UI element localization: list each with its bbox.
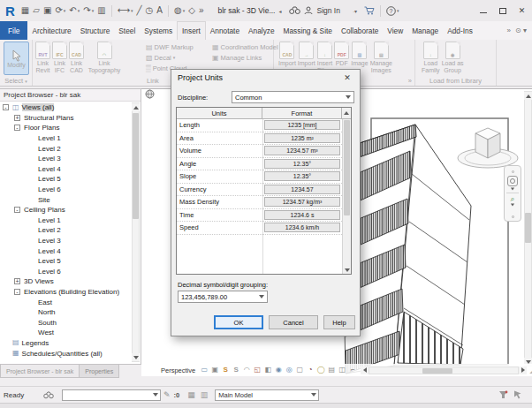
link-revit-button[interactable]: RVT LinkRevit xyxy=(35,42,50,73)
sun-path-icon[interactable]: S xyxy=(221,366,231,375)
tree-item-elevations[interactable]: -Elevations (Building Elevation) xyxy=(0,287,132,298)
expander[interactable]: - xyxy=(14,207,20,213)
close-button[interactable] xyxy=(515,5,528,17)
measure-icon[interactable]: ⟷▾ xyxy=(118,6,133,15)
select-toggle-icon[interactable] xyxy=(513,390,522,399)
format-button[interactable]: 1234.57 xyxy=(264,185,340,194)
tree-item-south[interactable]: South xyxy=(0,317,132,328)
gray-inactive-icon[interactable]: ▥ xyxy=(201,390,209,399)
image-button[interactable]: ▨ Image xyxy=(351,42,368,67)
modify-button[interactable]: Modify xyxy=(4,42,29,75)
tree-item-east[interactable]: East xyxy=(0,297,132,307)
discipline-select[interactable]: Common xyxy=(232,91,354,103)
link-cad-button[interactable]: CAD LinkCAD xyxy=(69,42,84,73)
tab-massing-site[interactable]: Massing & Site xyxy=(279,21,337,40)
tab-project-browser[interactable]: Project Browser - blr sak xyxy=(0,365,80,378)
scroll-down-button[interactable] xyxy=(132,353,140,361)
table-row-slope[interactable]: Slope12.35° xyxy=(177,170,342,184)
tree-item-structural-plans[interactable]: +Structural Plans xyxy=(0,113,132,124)
maximize-button[interactable] xyxy=(496,5,509,17)
hide-isolate-icon[interactable]: ◔ xyxy=(306,366,315,375)
zoom-dropdown-icon[interactable] xyxy=(511,204,514,207)
tab-architecture[interactable]: Architecture xyxy=(27,21,75,40)
expander[interactable]: - xyxy=(14,289,20,295)
scroll-up-button[interactable] xyxy=(342,108,351,118)
tab-manage[interactable]: Manage xyxy=(407,21,443,40)
aligned-dimension-icon[interactable]: ╱ xyxy=(136,6,141,15)
title-dropdown-icon[interactable]: ◂ xyxy=(278,8,281,14)
render-icon[interactable]: ◠ xyxy=(242,366,252,375)
lock-orientation-icon[interactable]: ◉ xyxy=(274,366,284,375)
filter-icon[interactable] xyxy=(498,390,508,399)
crop-view-icon[interactable]: ◱ xyxy=(253,366,262,375)
table-row-length[interactable]: Length1235 [mm] xyxy=(177,119,342,132)
visual-style-icon[interactable]: ▣ xyxy=(210,366,220,375)
worksets-icon[interactable] xyxy=(43,391,54,399)
tree-item-legends[interactable]: ▤Legends xyxy=(0,338,132,349)
dropdown-arrow-icon[interactable]: ▾ xyxy=(78,9,80,13)
analytical-model-icon[interactable]: ◫ xyxy=(338,366,347,375)
view-properties-icon[interactable]: ▤ xyxy=(327,366,337,375)
expander[interactable]: - xyxy=(14,125,20,131)
tab-view[interactable]: View xyxy=(383,21,407,40)
scroll-right-button[interactable] xyxy=(519,366,527,374)
person-icon[interactable] xyxy=(304,6,313,15)
help-dropdown-icon[interactable]: ▾ xyxy=(397,9,399,13)
scrollbar-thumb[interactable] xyxy=(525,213,531,243)
format-button[interactable]: 1234.57 m³ xyxy=(264,146,340,155)
qat-more-icon[interactable]: » xyxy=(199,6,204,15)
browser-scrollbar[interactable] xyxy=(132,102,140,362)
tree-item-level[interactable]: Level 3 xyxy=(0,154,132,164)
panel-launcher-icon[interactable]: » xyxy=(408,77,412,85)
import-button[interactable]: → Import xyxy=(298,42,315,67)
format-button[interactable]: 1234.6 s xyxy=(264,210,340,220)
dropdown-arrow-icon[interactable]: ▾ xyxy=(92,9,95,13)
manage-images-button[interactable]: ▤ ManageImages xyxy=(370,42,392,73)
table-row-time[interactable]: Time1234.6 s xyxy=(177,209,342,223)
tree-item-level[interactable]: Level 5 xyxy=(0,174,132,185)
scrollbar-thumb[interactable] xyxy=(133,113,139,219)
format-button[interactable]: 1234.6 km/h xyxy=(264,223,340,232)
dropdown-arrow-icon[interactable]: ▾ xyxy=(64,9,66,13)
editable-only-icon[interactable]: ▦ xyxy=(187,390,195,399)
format-button[interactable]: 12.35° xyxy=(264,171,340,181)
link-ifc-button[interactable]: IFC LinkIFC xyxy=(52,42,67,73)
editing-requests-icon[interactable]: ✎ xyxy=(163,390,171,399)
scroll-down-button[interactable] xyxy=(343,266,351,274)
link-topography-button[interactable]: ◠ LinkTopography xyxy=(86,42,123,73)
table-row-volume[interactable]: Volume1234.57 m³ xyxy=(177,145,342,158)
table-row-angle[interactable]: Angle12.35° xyxy=(177,158,342,171)
wheel-dropdown-icon[interactable] xyxy=(511,188,514,191)
tab-systems[interactable]: Systems xyxy=(140,21,177,40)
tree-item-views-all[interactable]: -◫Views (all) xyxy=(0,102,132,113)
tab-overflow-icon[interactable]: » xyxy=(507,26,511,34)
expander[interactable]: + xyxy=(14,115,20,121)
reveal-hidden-icon[interactable]: ◯ xyxy=(316,366,326,375)
project-browser-header[interactable]: Project Browser - blr sak xyxy=(0,89,141,102)
tab-analyze[interactable]: Analyze xyxy=(244,21,279,40)
decal-button[interactable]: ▧Decal▾ xyxy=(146,52,194,63)
load-family-button[interactable]: ↓ LoadFamily xyxy=(422,42,440,73)
tree-item-level[interactable]: Level 1 xyxy=(0,215,132,226)
dialog-title-bar[interactable]: Project Units xyxy=(171,70,360,86)
tree-item-site[interactable]: Site xyxy=(0,194,132,205)
steering-wheel-icon[interactable] xyxy=(507,176,518,186)
tree-item-west[interactable]: West xyxy=(0,328,132,338)
zoom-icon[interactable]: ⌕ xyxy=(510,195,514,203)
tree-item-level[interactable]: Level 5 xyxy=(0,256,132,267)
scroll-left-button[interactable] xyxy=(361,366,369,374)
format-button[interactable]: 1235 [mm] xyxy=(264,120,340,130)
revit-logo[interactable]: R xyxy=(5,4,15,18)
format-button[interactable]: 12.35° xyxy=(264,159,340,169)
tree-item-3d-views[interactable]: +3D Views xyxy=(0,276,132,287)
format-button[interactable]: 1234.57 kg/m³ xyxy=(264,197,340,207)
table-row-mass-density[interactable]: Mass Density1234.57 kg/m³ xyxy=(177,196,342,209)
text-icon[interactable]: A xyxy=(156,6,163,15)
cancel-button[interactable]: Cancel xyxy=(269,315,318,329)
scrollbar-track[interactable] xyxy=(369,366,519,374)
sync-icon[interactable]: ⟳▾ xyxy=(55,6,65,15)
expander[interactable]: + xyxy=(14,278,20,284)
default-3d-view-icon[interactable]: ◍▾ xyxy=(174,6,185,15)
tab-steel[interactable]: Steel xyxy=(114,21,140,40)
tab-add-ins[interactable]: Add-Ins xyxy=(443,21,477,40)
